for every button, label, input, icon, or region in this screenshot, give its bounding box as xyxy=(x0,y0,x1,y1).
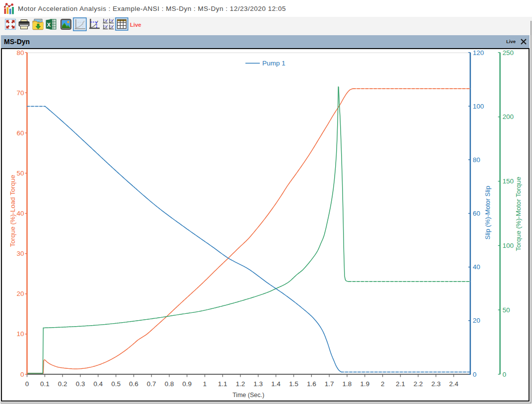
svg-text:1.1: 1.1 xyxy=(218,380,228,388)
svg-text:250: 250 xyxy=(503,49,514,57)
svg-text:Torque (%)-Load Torque: Torque (%)-Load Torque xyxy=(9,175,16,247)
svg-text:20: 20 xyxy=(16,290,24,297)
svg-text:80: 80 xyxy=(16,49,24,57)
svg-text:80: 80 xyxy=(473,156,480,164)
svg-text:50: 50 xyxy=(16,170,24,177)
svg-text:0: 0 xyxy=(473,371,477,378)
svg-text:30: 30 xyxy=(16,250,24,257)
svg-text:0.1: 0.1 xyxy=(40,380,50,388)
svg-text:2.4: 2.4 xyxy=(449,380,459,388)
svg-text:0: 0 xyxy=(20,371,24,378)
svg-text:120: 120 xyxy=(473,49,484,57)
svg-text:10: 10 xyxy=(16,330,24,338)
svg-text:200: 200 xyxy=(503,113,514,120)
svg-text:Pump 1: Pump 1 xyxy=(262,59,286,67)
svg-text:2.1: 2.1 xyxy=(396,380,405,388)
svg-text:1.7: 1.7 xyxy=(325,380,334,388)
svg-text:1.5: 1.5 xyxy=(289,380,298,388)
svg-text:1.8: 1.8 xyxy=(343,380,352,388)
svg-text:Slip (%)-Motor Slip: Slip (%)-Motor Slip xyxy=(484,186,491,239)
svg-text:60: 60 xyxy=(16,129,24,137)
svg-text:Time (Sec.): Time (Sec.) xyxy=(233,392,264,399)
svg-text:100: 100 xyxy=(503,242,514,249)
svg-text:0.2: 0.2 xyxy=(58,380,67,388)
svg-text:0.9: 0.9 xyxy=(182,380,192,388)
svg-text:150: 150 xyxy=(503,177,514,185)
svg-text:0.3: 0.3 xyxy=(76,380,85,388)
svg-text:1.9: 1.9 xyxy=(360,380,369,388)
svg-text:0.8: 0.8 xyxy=(165,380,174,388)
svg-text:0: 0 xyxy=(25,380,29,388)
svg-text:40: 40 xyxy=(473,263,480,271)
svg-text:1.2: 1.2 xyxy=(236,380,245,388)
svg-text:40: 40 xyxy=(16,210,24,217)
svg-text:1: 1 xyxy=(203,380,207,388)
svg-text:Torque (%)-Motor Torque: Torque (%)-Motor Torque xyxy=(515,177,522,251)
svg-text:100: 100 xyxy=(473,103,484,110)
svg-text:60: 60 xyxy=(473,210,480,217)
svg-text:1.4: 1.4 xyxy=(271,380,281,388)
svg-text:70: 70 xyxy=(16,89,24,97)
svg-text:0.4: 0.4 xyxy=(94,380,103,388)
svg-text:0.6: 0.6 xyxy=(129,380,138,388)
svg-text:2.3: 2.3 xyxy=(431,380,441,388)
svg-text:2.2: 2.2 xyxy=(414,380,423,388)
svg-text:1.3: 1.3 xyxy=(253,380,263,388)
svg-text:0: 0 xyxy=(503,371,507,378)
svg-text:0.5: 0.5 xyxy=(111,380,120,388)
svg-text:2: 2 xyxy=(381,380,385,388)
svg-text:1.6: 1.6 xyxy=(307,380,316,388)
svg-text:0.7: 0.7 xyxy=(147,380,156,388)
svg-text:50: 50 xyxy=(503,306,510,314)
svg-text:20: 20 xyxy=(473,317,480,324)
